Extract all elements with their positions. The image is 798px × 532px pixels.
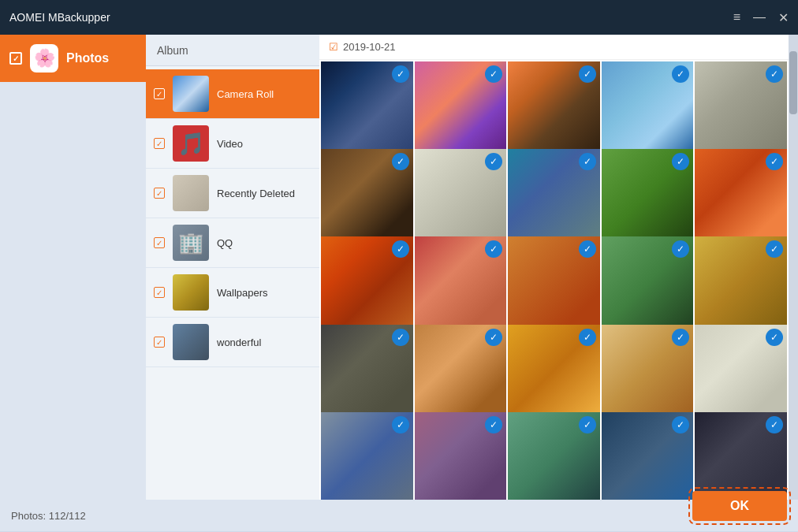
photo-cell-16[interactable]: ✓ — [321, 325, 413, 417]
photo-cell-25[interactable]: ✓ — [695, 412, 787, 500]
album-item-wonderful[interactable]: ✓ wonderful — [146, 318, 319, 367]
album-name-wonderful: wonderful — [217, 337, 261, 348]
album-item-video[interactable]: ✓ 🎵 Video — [146, 119, 319, 169]
photo-check-1[interactable]: ✓ — [392, 65, 409, 83]
minimize-button[interactable]: — — [753, 10, 766, 24]
status-bar: Photos: 112/112 — [0, 500, 798, 531]
album-check-wallpapers[interactable]: ✓ — [154, 287, 165, 298]
photo-check-25[interactable]: ✓ — [766, 416, 783, 433]
photo-cell-1[interactable]: ✓ — [321, 61, 413, 154]
photo-check-5[interactable]: ✓ — [766, 65, 783, 83]
photo-cell-22[interactable]: ✓ — [415, 412, 507, 500]
album-name-video: Video — [217, 138, 243, 150]
photos-section[interactable]: ✓ 🌸 Photos — [0, 35, 146, 82]
right-panel: ☑ 2019-10-21 ✓✓✓✓✓✓✓✓✓✓✓✓✓✓✓✓✓✓✓✓✓✓✓✓✓ — [319, 35, 789, 500]
photo-check-3[interactable]: ✓ — [579, 65, 596, 83]
photo-check-4[interactable]: ✓ — [672, 65, 689, 83]
photo-check-6[interactable]: ✓ — [392, 153, 409, 170]
photo-check-13[interactable]: ✓ — [579, 240, 596, 258]
ok-button-area: OK — [692, 491, 787, 521]
photo-cell-8[interactable]: ✓ — [508, 149, 600, 241]
photo-check-20[interactable]: ✓ — [766, 329, 783, 346]
photos-label: Photos — [66, 51, 109, 65]
photo-cell-5[interactable]: ✓ — [695, 61, 787, 154]
album-thumb-recently-deleted — [173, 175, 209, 211]
photo-cell-23[interactable]: ✓ — [508, 412, 600, 500]
photo-grid: ✓✓✓✓✓✓✓✓✓✓✓✓✓✓✓✓✓✓✓✓✓✓✓✓✓ — [319, 60, 789, 500]
album-item-qq[interactable]: ✓ 🏢 QQ — [146, 218, 319, 268]
title-bar-left: AOMEI MBackupper — [9, 11, 110, 24]
close-button[interactable]: ✕ — [778, 10, 789, 25]
photo-check-2[interactable]: ✓ — [485, 65, 502, 83]
album-check-camera-roll[interactable]: ✓ — [154, 88, 165, 99]
photo-check-21[interactable]: ✓ — [392, 416, 409, 433]
middle-panel: Album ✓ Camera Roll ✓ 🎵 Video ✓ Rece — [146, 35, 319, 500]
photo-cell-21[interactable]: ✓ — [321, 412, 413, 500]
album-name-camera-roll: Camera Roll — [217, 88, 274, 100]
album-check-qq[interactable]: ✓ — [154, 237, 165, 248]
photo-cell-15[interactable]: ✓ — [695, 236, 787, 329]
photos-icon: 🌸 — [30, 44, 58, 73]
scrollbar[interactable] — [789, 35, 798, 500]
album-header: Album — [146, 35, 319, 66]
photo-cell-14[interactable]: ✓ — [602, 236, 694, 329]
date-checkbox[interactable]: ☑ — [329, 41, 338, 53]
photo-check-23[interactable]: ✓ — [579, 416, 596, 433]
photo-check-16[interactable]: ✓ — [392, 329, 409, 346]
album-item-wallpapers[interactable]: ✓ Wallpapers — [146, 268, 319, 318]
photo-check-24[interactable]: ✓ — [672, 416, 689, 433]
photo-check-14[interactable]: ✓ — [672, 240, 689, 258]
date-label: 2019-10-21 — [343, 41, 396, 53]
photo-check-11[interactable]: ✓ — [392, 240, 409, 258]
photo-check-22[interactable]: ✓ — [485, 416, 502, 433]
photo-cell-12[interactable]: ✓ — [415, 236, 507, 329]
album-thumb-video: 🎵 — [173, 125, 209, 162]
main-content: ✓ 🌸 Photos Album ✓ Camera Roll ✓ — [0, 35, 798, 500]
title-bar-controls: ≡ — ✕ — [733, 10, 789, 25]
photo-check-8[interactable]: ✓ — [579, 153, 596, 170]
photo-check-7[interactable]: ✓ — [485, 153, 502, 170]
photo-check-9[interactable]: ✓ — [672, 153, 689, 170]
photo-cell-10[interactable]: ✓ — [695, 149, 787, 241]
photo-cell-24[interactable]: ✓ — [602, 412, 694, 500]
album-name-qq: QQ — [217, 237, 233, 249]
album-check-wonderful[interactable]: ✓ — [154, 337, 165, 348]
date-header: ☑ 2019-10-21 — [319, 35, 789, 60]
photo-check-18[interactable]: ✓ — [579, 329, 596, 346]
photo-check-10[interactable]: ✓ — [766, 153, 783, 170]
photo-cell-6[interactable]: ✓ — [321, 149, 413, 241]
photo-cell-4[interactable]: ✓ — [602, 61, 694, 154]
album-list-left — [0, 82, 146, 500]
scrollbar-thumb[interactable] — [789, 51, 797, 114]
album-item-recently-deleted[interactable]: ✓ Recently Deleted — [146, 169, 319, 218]
photo-cell-18[interactable]: ✓ — [508, 325, 600, 417]
album-thumb-qq: 🏢 — [173, 225, 209, 261]
photo-check-15[interactable]: ✓ — [766, 240, 783, 258]
app-title: AOMEI MBackupper — [9, 11, 110, 24]
album-thumb-wallpapers — [173, 274, 209, 311]
title-bar: AOMEI MBackupper ≡ — ✕ — [0, 0, 798, 35]
left-panel: ✓ 🌸 Photos — [0, 35, 146, 500]
photo-check-12[interactable]: ✓ — [485, 240, 502, 258]
photo-cell-19[interactable]: ✓ — [602, 325, 694, 417]
album-thumb-wonderful — [173, 324, 209, 360]
album-list: ✓ Camera Roll ✓ 🎵 Video ✓ Recently Delet… — [146, 66, 319, 500]
photo-cell-11[interactable]: ✓ — [321, 236, 413, 329]
photo-check-17[interactable]: ✓ — [485, 329, 502, 346]
photo-cell-13[interactable]: ✓ — [508, 236, 600, 329]
photo-check-19[interactable]: ✓ — [672, 329, 689, 346]
album-check-recently-deleted[interactable]: ✓ — [154, 188, 165, 199]
photo-cell-7[interactable]: ✓ — [415, 149, 507, 241]
photo-cell-3[interactable]: ✓ — [508, 61, 600, 154]
album-item-camera-roll[interactable]: ✓ Camera Roll — [146, 69, 319, 119]
photo-cell-9[interactable]: ✓ — [602, 149, 694, 241]
photos-checkbox[interactable]: ✓ — [9, 52, 22, 65]
ok-button[interactable]: OK — [692, 491, 787, 521]
album-check-video[interactable]: ✓ — [154, 138, 165, 149]
photo-cell-17[interactable]: ✓ — [415, 325, 507, 417]
album-name-recently-deleted: Recently Deleted — [217, 188, 295, 199]
album-thumb-camera-roll — [173, 76, 209, 112]
photo-cell-20[interactable]: ✓ — [695, 325, 787, 417]
photo-cell-2[interactable]: ✓ — [415, 61, 507, 154]
menu-icon[interactable]: ≡ — [733, 10, 740, 24]
